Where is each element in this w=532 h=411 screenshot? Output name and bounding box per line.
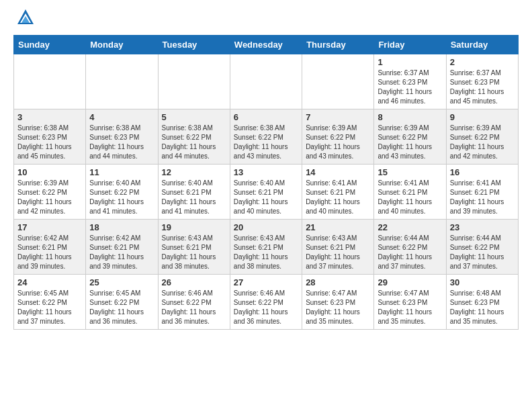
day-number: 18 bbox=[89, 222, 154, 232]
day-info: Sunrise: 6:38 AM Sunset: 6:22 PM Dayligh… bbox=[234, 124, 298, 161]
week-row-4: 17Sunrise: 6:42 AM Sunset: 6:21 PM Dayli… bbox=[14, 220, 519, 275]
day-info: Sunrise: 6:42 AM Sunset: 6:21 PM Dayligh… bbox=[17, 234, 82, 271]
weekday-header-tuesday: Tuesday bbox=[158, 36, 230, 54]
day-number: 6 bbox=[234, 112, 298, 122]
day-cell bbox=[158, 54, 230, 109]
weekday-header-saturday: Saturday bbox=[446, 36, 518, 54]
day-info: Sunrise: 6:41 AM Sunset: 6:21 PM Dayligh… bbox=[378, 179, 442, 216]
day-cell: 17Sunrise: 6:42 AM Sunset: 6:21 PM Dayli… bbox=[14, 220, 86, 275]
day-cell: 9Sunrise: 6:39 AM Sunset: 6:22 PM Daylig… bbox=[446, 109, 518, 165]
day-number: 17 bbox=[17, 222, 82, 232]
day-cell: 16Sunrise: 6:41 AM Sunset: 6:21 PM Dayli… bbox=[446, 165, 518, 220]
day-cell bbox=[230, 54, 302, 109]
day-cell: 7Sunrise: 6:39 AM Sunset: 6:22 PM Daylig… bbox=[302, 109, 374, 165]
day-info: Sunrise: 6:39 AM Sunset: 6:22 PM Dayligh… bbox=[378, 124, 442, 161]
day-cell: 19Sunrise: 6:43 AM Sunset: 6:21 PM Dayli… bbox=[158, 220, 230, 275]
day-cell: 21Sunrise: 6:43 AM Sunset: 6:21 PM Dayli… bbox=[302, 220, 374, 275]
calendar-table: SundayMondayTuesdayWednesdayThursdayFrid… bbox=[13, 35, 519, 330]
day-number: 25 bbox=[89, 277, 154, 287]
day-info: Sunrise: 6:48 AM Sunset: 6:23 PM Dayligh… bbox=[450, 289, 515, 326]
day-info: Sunrise: 6:39 AM Sunset: 6:22 PM Dayligh… bbox=[17, 179, 82, 216]
day-info: Sunrise: 6:42 AM Sunset: 6:21 PM Dayligh… bbox=[89, 234, 154, 271]
day-cell: 11Sunrise: 6:40 AM Sunset: 6:22 PM Dayli… bbox=[86, 165, 158, 220]
day-info: Sunrise: 6:44 AM Sunset: 6:22 PM Dayligh… bbox=[450, 234, 515, 271]
day-number: 14 bbox=[306, 167, 370, 177]
day-cell: 5Sunrise: 6:38 AM Sunset: 6:22 PM Daylig… bbox=[158, 109, 230, 165]
page: SundayMondayTuesdayWednesdayThursdayFrid… bbox=[0, 0, 532, 343]
day-info: Sunrise: 6:44 AM Sunset: 6:22 PM Dayligh… bbox=[378, 234, 442, 271]
day-number: 30 bbox=[450, 277, 515, 287]
day-info: Sunrise: 6:47 AM Sunset: 6:23 PM Dayligh… bbox=[306, 289, 370, 326]
day-info: Sunrise: 6:46 AM Sunset: 6:22 PM Dayligh… bbox=[234, 289, 298, 326]
day-number: 8 bbox=[378, 112, 442, 122]
day-cell: 8Sunrise: 6:39 AM Sunset: 6:22 PM Daylig… bbox=[374, 109, 446, 165]
day-number: 26 bbox=[162, 277, 226, 287]
day-number: 5 bbox=[162, 112, 226, 122]
day-info: Sunrise: 6:46 AM Sunset: 6:22 PM Dayligh… bbox=[162, 289, 226, 326]
day-number: 2 bbox=[450, 57, 515, 67]
day-cell: 18Sunrise: 6:42 AM Sunset: 6:21 PM Dayli… bbox=[86, 220, 158, 275]
day-number: 27 bbox=[234, 277, 298, 287]
day-info: Sunrise: 6:37 AM Sunset: 6:23 PM Dayligh… bbox=[450, 68, 515, 106]
day-number: 28 bbox=[306, 277, 370, 287]
day-number: 15 bbox=[378, 167, 442, 177]
day-info: Sunrise: 6:43 AM Sunset: 6:21 PM Dayligh… bbox=[162, 234, 226, 271]
day-number: 1 bbox=[378, 57, 442, 67]
day-cell: 10Sunrise: 6:39 AM Sunset: 6:22 PM Dayli… bbox=[14, 165, 86, 220]
day-cell: 14Sunrise: 6:41 AM Sunset: 6:21 PM Dayli… bbox=[302, 165, 374, 220]
day-info: Sunrise: 6:38 AM Sunset: 6:23 PM Dayligh… bbox=[17, 124, 82, 161]
day-number: 20 bbox=[234, 222, 298, 232]
day-number: 22 bbox=[378, 222, 442, 232]
day-cell bbox=[86, 54, 158, 109]
day-info: Sunrise: 6:40 AM Sunset: 6:21 PM Dayligh… bbox=[162, 179, 226, 216]
weekday-header-thursday: Thursday bbox=[302, 36, 374, 54]
day-cell: 4Sunrise: 6:38 AM Sunset: 6:23 PM Daylig… bbox=[86, 109, 158, 165]
day-number: 13 bbox=[234, 167, 298, 177]
day-number: 24 bbox=[17, 277, 82, 287]
day-cell: 12Sunrise: 6:40 AM Sunset: 6:21 PM Dayli… bbox=[158, 165, 230, 220]
day-cell: 22Sunrise: 6:44 AM Sunset: 6:22 PM Dayli… bbox=[374, 220, 446, 275]
day-info: Sunrise: 6:38 AM Sunset: 6:22 PM Dayligh… bbox=[162, 124, 226, 161]
day-cell: 25Sunrise: 6:45 AM Sunset: 6:22 PM Dayli… bbox=[86, 275, 158, 330]
day-cell: 30Sunrise: 6:48 AM Sunset: 6:23 PM Dayli… bbox=[446, 275, 518, 330]
day-number: 7 bbox=[306, 112, 370, 122]
day-info: Sunrise: 6:40 AM Sunset: 6:22 PM Dayligh… bbox=[89, 179, 154, 216]
day-number: 16 bbox=[450, 167, 515, 177]
day-info: Sunrise: 6:41 AM Sunset: 6:21 PM Dayligh… bbox=[306, 179, 370, 216]
week-row-1: 1Sunrise: 6:37 AM Sunset: 6:23 PM Daylig… bbox=[14, 54, 519, 109]
day-info: Sunrise: 6:45 AM Sunset: 6:22 PM Dayligh… bbox=[89, 289, 154, 326]
day-cell: 6Sunrise: 6:38 AM Sunset: 6:22 PM Daylig… bbox=[230, 109, 302, 165]
day-cell: 24Sunrise: 6:45 AM Sunset: 6:22 PM Dayli… bbox=[14, 275, 86, 330]
day-number: 29 bbox=[378, 277, 442, 287]
week-row-5: 24Sunrise: 6:45 AM Sunset: 6:22 PM Dayli… bbox=[14, 275, 519, 330]
day-cell bbox=[14, 54, 86, 109]
day-info: Sunrise: 6:47 AM Sunset: 6:23 PM Dayligh… bbox=[378, 289, 442, 326]
day-cell: 26Sunrise: 6:46 AM Sunset: 6:22 PM Dayli… bbox=[158, 275, 230, 330]
day-cell: 13Sunrise: 6:40 AM Sunset: 6:21 PM Dayli… bbox=[230, 165, 302, 220]
day-info: Sunrise: 6:39 AM Sunset: 6:22 PM Dayligh… bbox=[450, 124, 515, 161]
day-number: 21 bbox=[306, 222, 370, 232]
day-number: 3 bbox=[17, 112, 82, 122]
day-info: Sunrise: 6:39 AM Sunset: 6:22 PM Dayligh… bbox=[306, 124, 370, 161]
day-number: 9 bbox=[450, 112, 515, 122]
day-number: 4 bbox=[89, 112, 154, 122]
day-info: Sunrise: 6:40 AM Sunset: 6:21 PM Dayligh… bbox=[234, 179, 298, 216]
day-cell bbox=[302, 54, 374, 109]
weekday-header-row: SundayMondayTuesdayWednesdayThursdayFrid… bbox=[14, 36, 519, 54]
logo bbox=[13, 11, 35, 27]
day-cell: 2Sunrise: 6:37 AM Sunset: 6:23 PM Daylig… bbox=[446, 54, 518, 109]
week-row-2: 3Sunrise: 6:38 AM Sunset: 6:23 PM Daylig… bbox=[14, 109, 519, 165]
day-cell: 1Sunrise: 6:37 AM Sunset: 6:23 PM Daylig… bbox=[374, 54, 446, 109]
header bbox=[13, 11, 519, 27]
day-info: Sunrise: 6:38 AM Sunset: 6:23 PM Dayligh… bbox=[89, 124, 154, 161]
week-row-3: 10Sunrise: 6:39 AM Sunset: 6:22 PM Dayli… bbox=[14, 165, 519, 220]
day-cell: 20Sunrise: 6:43 AM Sunset: 6:21 PM Dayli… bbox=[230, 220, 302, 275]
day-cell: 15Sunrise: 6:41 AM Sunset: 6:21 PM Dayli… bbox=[374, 165, 446, 220]
day-number: 23 bbox=[450, 222, 515, 232]
day-info: Sunrise: 6:45 AM Sunset: 6:22 PM Dayligh… bbox=[17, 289, 82, 326]
logo-icon bbox=[16, 8, 35, 27]
day-number: 19 bbox=[162, 222, 226, 232]
day-number: 12 bbox=[162, 167, 226, 177]
day-info: Sunrise: 6:43 AM Sunset: 6:21 PM Dayligh… bbox=[234, 234, 298, 271]
day-cell: 3Sunrise: 6:38 AM Sunset: 6:23 PM Daylig… bbox=[14, 109, 86, 165]
